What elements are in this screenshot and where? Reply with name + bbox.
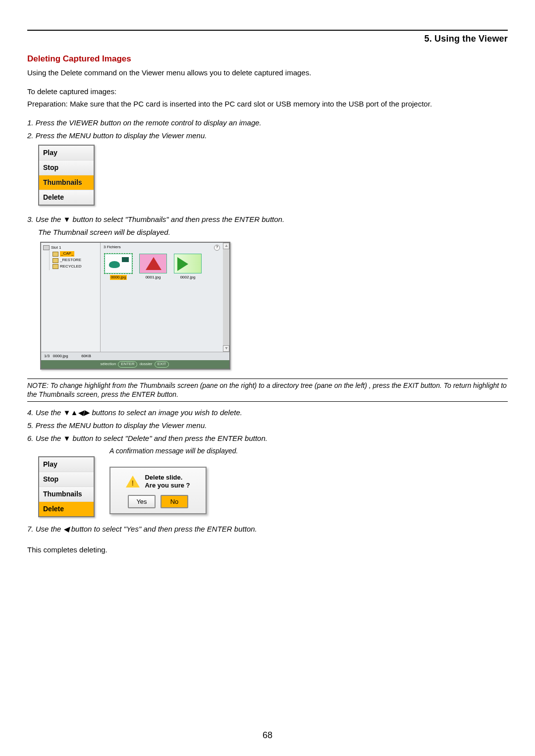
folder-icon [53,258,58,263]
folder-icon [53,252,58,257]
step-1: 1. Press the VIEWER button on the remote… [27,118,508,128]
step-6: 6. Use the ▼ button to select "Delete" a… [27,433,508,443]
menu-item-delete[interactable]: Delete [39,190,94,205]
help-icon[interactable]: ? [214,245,220,251]
tree-item-label: RECYCLED [60,264,82,270]
chapter-title: 5. Using the Viewer [27,33,508,45]
thumb-2[interactable]: 0002.jpg [174,254,202,280]
thumb-filename: 0000.jpg [110,275,127,280]
hint-enter-pill: ENTER [118,361,137,368]
status-size: 60KB [81,354,91,358]
prep-heading: To delete captured images: [27,87,508,97]
prep-text: Preparation: Make sure that the PC card … [27,99,508,109]
tree-item-label: _CAP_ [60,251,74,257]
thumb-1[interactable]: 0001.jpg [139,254,167,280]
scrollbar[interactable]: ▵ ▿ [223,243,229,352]
tree-item-cap[interactable]: _CAP_ [53,251,98,257]
tree-root-label: Slot 1 [51,245,61,251]
menu-item-play[interactable]: Play [39,457,94,472]
step-2: 2. Press the MENU button to display the … [27,131,508,141]
step-7: 7. Use the ◀ button to select "Yes" and … [27,524,508,534]
tree-item-recycled[interactable]: RECYCLED [53,264,98,270]
drive-icon [43,245,50,250]
hint-dossier: dossier [140,362,153,366]
hint-selection: sélection [101,362,116,366]
menu-item-play[interactable]: Play [39,146,94,161]
thumbnail-pane[interactable]: 3 Fichiers ? 0000.jpg 0001.jpg 0002.jpg [101,243,223,352]
thumbnail-viewer: Slot 1 _CAP_ _RESTORE RECYCLED [40,242,230,370]
hint-exit-pill: EXIT [155,361,169,368]
status-bar: 1/3 0000.jpg 60KB [41,352,229,361]
thumb-0[interactable]: 0000.jpg [105,254,132,280]
viewer-menu-delete: Play Stop Thumbnails Delete [38,456,95,517]
menu-item-thumbnails[interactable]: Thumbnails [39,175,94,190]
thumb-image [174,254,202,273]
file-count: 3 Fichiers [104,245,121,251]
menu-item-stop[interactable]: Stop [39,472,94,487]
section-heading: Deleting Captured Images [27,54,508,65]
viewer-menu: Play Stop Thumbnails Delete [38,145,95,206]
top-rule [27,30,508,31]
dialog-line2: Are you sure ? [145,482,190,489]
dialog-no-button[interactable]: No [160,495,188,509]
menu-item-stop[interactable]: Stop [39,161,94,175]
intro-text: Using the Delete command on the Viewer m… [27,68,508,78]
tree-item-restore[interactable]: _RESTORE [53,257,98,264]
warning-icon [126,476,140,487]
scroll-down-button[interactable]: ▿ [223,345,229,352]
step-4: 4. Use the ▼▲◀▶ buttons to select an ima… [27,408,508,418]
confirmation-caption: A confirmation message will be displayed… [109,446,238,456]
thumb-filename: 0002.jpg [179,275,197,280]
menu-item-delete[interactable]: Delete [39,502,94,516]
confirm-dialog: Delete slide. Are you sure ? Yes No [109,467,207,514]
note-block: NOTE: To change highlight from the Thumb… [27,378,508,401]
dialog-yes-button[interactable]: Yes [128,495,156,509]
menu-item-thumbnails[interactable]: Thumbnails [39,487,94,502]
step-5: 5. Press the MENU button to display the … [27,421,508,431]
closing-text: This completes deleting. [27,545,508,555]
tree-root-slot[interactable]: Slot 1 [43,245,98,251]
directory-tree[interactable]: Slot 1 _CAP_ _RESTORE RECYCLED [41,243,101,352]
status-index: 1/3 [44,354,50,358]
folder-icon [53,264,58,269]
thumb-image [105,254,132,273]
step-3a: 3. Use the ▼ button to select "Thumbnail… [27,215,508,224]
tree-item-label: _RESTORE [60,258,81,263]
dialog-message: Delete slide. Are you sure ? [145,474,190,490]
scroll-up-button[interactable]: ▵ [223,243,229,249]
hint-bar: sélection ENTER dossier EXIT [41,360,229,369]
status-filename: 0000.jpg [53,354,68,358]
dialog-line1: Delete slide. [145,474,190,482]
step-3b: The Thumbnail screen will be displayed. [38,227,508,237]
thumb-image [139,254,167,273]
page-number: 68 [0,729,535,741]
thumb-filename: 0001.jpg [145,275,162,280]
